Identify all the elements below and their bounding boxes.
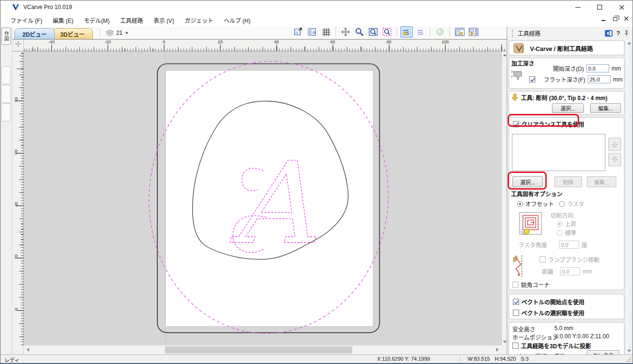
clearance-tool-use-checkbox[interactable] <box>513 121 519 127</box>
project-to-3d-checkbox[interactable] <box>512 343 519 349</box>
offset-label: オフセット <box>525 200 554 208</box>
menu-edit[interactable]: 編集 (E) <box>48 14 79 26</box>
toolpath-ghost-icon[interactable] <box>414 26 427 38</box>
flat-depth-unit: mm <box>613 76 623 83</box>
grid-icon[interactable] <box>320 26 332 38</box>
child-window-controls <box>600 15 630 21</box>
ramp-plunge-checkbox[interactable] <box>540 256 546 263</box>
zoom-box-icon[interactable] <box>292 26 305 38</box>
scrollbar-thumb[interactable] <box>165 346 352 354</box>
menu-model[interactable]: モデル(M) <box>79 14 115 26</box>
scroll-up-icon[interactable] <box>627 42 631 44</box>
raster-label: ラスタ <box>567 200 584 208</box>
panel-title: 工具経路 <box>518 29 541 37</box>
vector-start-point-checkbox[interactable] <box>513 299 519 305</box>
menu-gadget[interactable]: ガジェット <box>179 14 218 26</box>
help-icon[interactable]: ? <box>616 30 620 37</box>
flat-depth-checkbox[interactable] <box>529 76 535 82</box>
minimize-button[interactable] <box>567 0 589 14</box>
scroll-right-icon[interactable] <box>496 348 499 352</box>
toolpath-panel: 工具経路 ? V-Carve / 彫刻工具経路 <box>507 27 633 354</box>
sidebar-collapsed-tab[interactable] <box>1 103 11 121</box>
raster-angle-label: ラスタ角度 <box>519 241 557 249</box>
collapse-panel-icon[interactable] <box>604 30 613 37</box>
child-restore-button[interactable] <box>612 15 618 21</box>
horizontal-ruler: -40 -20 0 20 40 60 80 100 <box>24 40 507 51</box>
offset-radio[interactable] <box>517 201 523 207</box>
scroll-left-icon[interactable] <box>27 348 29 352</box>
pan-icon[interactable] <box>339 26 352 38</box>
scroll-down-icon[interactable] <box>627 350 631 352</box>
separator <box>430 27 430 37</box>
scroll-up-icon[interactable] <box>503 54 507 56</box>
layers-dropdown[interactable]: 21 ▼ <box>104 29 131 37</box>
horizontal-scrollbar[interactable] <box>24 345 501 354</box>
menu-file[interactable]: ファイル (F) <box>5 14 48 26</box>
clearance-edit-button[interactable]: 編集... <box>587 176 616 187</box>
sidebar-collapsed-tab[interactable] <box>1 85 11 103</box>
clearance-tool-list[interactable] <box>512 134 605 171</box>
toolpath-3d-toggle-icon[interactable] <box>434 26 446 38</box>
menu-toolpath[interactable]: 工具経路 <box>115 14 148 26</box>
left-toolbox-sidebar: 作図 <box>0 27 12 354</box>
zoom-icon[interactable] <box>353 26 366 38</box>
scroll-down-icon[interactable] <box>503 341 507 343</box>
status-bar: レディ X:110.6290 Y: 74.1999 W:83.515 H:94.… <box>0 354 633 363</box>
view-toolbar <box>292 26 480 38</box>
sidebar-tab-drawing[interactable]: 作図 <box>1 28 11 45</box>
zoom-selection-icon[interactable] <box>381 26 393 38</box>
tab-3d-view[interactable]: 3Dビュー <box>52 28 92 39</box>
ruler-origin-icon <box>12 40 24 51</box>
raster-angle-input[interactable] <box>559 241 579 249</box>
distance-input[interactable] <box>560 267 580 275</box>
pin-icon[interactable] <box>623 30 630 36</box>
separator <box>336 27 336 37</box>
layout-toggle-left-icon[interactable] <box>453 26 466 38</box>
tool-edit-button[interactable]: 編集... <box>590 103 621 113</box>
zoom-window-icon[interactable] <box>367 26 379 38</box>
close-button[interactable] <box>611 0 633 14</box>
vertical-ruler: 80 60 40 20 0 <box>12 51 24 345</box>
svg-text:A: A <box>230 138 316 269</box>
conventional-radio[interactable] <box>557 230 562 236</box>
panel-grip[interactable] <box>512 30 514 37</box>
layout-toggle-right-icon[interactable] <box>467 26 480 38</box>
selector-button[interactable]: セレクタ <box>587 350 619 354</box>
ruler-label: 100 <box>441 40 449 44</box>
sidebar-collapsed-tab[interactable] <box>1 66 11 84</box>
sharp-corner-checkbox[interactable] <box>512 282 519 288</box>
maximize-button[interactable] <box>589 0 611 14</box>
climb-radio[interactable] <box>557 221 562 227</box>
menu-help[interactable]: ヘルプ (H) <box>218 14 255 26</box>
child-minimize-button[interactable] <box>600 15 607 21</box>
zoom-drawing-icon[interactable] <box>306 26 318 38</box>
move-down-button[interactable] <box>608 153 621 166</box>
clearance-delete-button[interactable]: 削除 <box>554 176 582 187</box>
resize-grip[interactable] <box>630 361 631 362</box>
down-arrow-icon <box>612 156 618 163</box>
maximize-icon <box>597 5 602 10</box>
status-selection-height: H:94.520 <box>495 356 516 362</box>
raster-radio[interactable] <box>559 201 565 207</box>
ruler-label: 20 <box>14 253 19 260</box>
depth-profile-icon: D F <box>511 67 524 87</box>
flat-depth-label: フラット深さ(F) <box>538 75 585 83</box>
tool-select-button[interactable]: 選択... <box>552 103 584 113</box>
child-close-button[interactable] <box>623 15 630 21</box>
start-depth-input[interactable] <box>586 64 609 72</box>
letter-a-vector[interactable]: A <box>230 138 316 269</box>
vector-selection-order-checkbox[interactable] <box>513 310 519 316</box>
vertical-scrollbar[interactable] <box>501 51 507 345</box>
2d-view-canvas[interactable]: A <box>24 51 501 345</box>
vector-start-point-label: ベクトルの開始点を使用 <box>521 298 584 306</box>
panel-scrollbar[interactable] <box>625 40 633 354</box>
conventional-label: 標準 <box>565 229 576 237</box>
toolpath-2d-toggle-icon[interactable] <box>400 26 413 38</box>
menu-view[interactable]: 表示 (V) <box>148 14 179 26</box>
tool-arrow-icon <box>511 93 518 101</box>
tab-2d-view[interactable]: 2Dビュー <box>14 28 55 39</box>
svg-text:D: D <box>511 70 513 73</box>
clearance-select-button[interactable]: 選択... <box>512 176 543 187</box>
move-up-button[interactable] <box>608 138 621 151</box>
flat-depth-input[interactable] <box>588 75 611 83</box>
